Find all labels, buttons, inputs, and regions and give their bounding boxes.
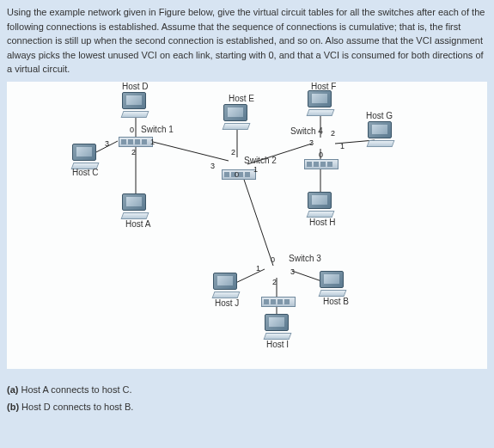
switch-4-port-2: 2 bbox=[331, 129, 335, 138]
switch-1-port-2: 2 bbox=[131, 148, 136, 156]
svg-line-6 bbox=[241, 169, 273, 266]
switch-3-port-1: 1 bbox=[256, 264, 260, 273]
switch-3-port-2: 2 bbox=[272, 278, 277, 286]
part-a-text: Host A connects to host C. bbox=[18, 384, 131, 395]
host-g bbox=[368, 121, 393, 147]
part-b: (b) Host D connects to host B. bbox=[7, 398, 487, 416]
host-a bbox=[122, 193, 148, 219]
host-g-label: Host G bbox=[366, 111, 393, 120]
host-b bbox=[320, 271, 345, 297]
switch-1-port-1: 1 bbox=[150, 138, 155, 146]
host-h-label: Host H bbox=[309, 218, 336, 227]
host-e-label: Host E bbox=[229, 94, 254, 103]
switch-4 bbox=[304, 159, 338, 169]
host-e bbox=[223, 104, 249, 130]
switch-3-port-3: 3 bbox=[290, 267, 295, 276]
host-c-label: Host C bbox=[72, 168, 99, 177]
switch-4-port-3: 3 bbox=[309, 138, 314, 147]
switch-2-label: Switch 2 bbox=[244, 156, 277, 165]
part-a-letter: (a) bbox=[7, 384, 18, 395]
host-d bbox=[122, 92, 148, 118]
intro-paragraph: Using the example network given in Figur… bbox=[7, 5, 487, 77]
host-f-label: Host F bbox=[311, 82, 336, 91]
part-b-letter: (b) bbox=[7, 402, 19, 412]
host-j-label: Host J bbox=[215, 298, 239, 308]
host-a-label: Host A bbox=[125, 219, 150, 229]
switch-1-label: Switch 1 bbox=[141, 125, 174, 134]
part-a: (a) Host A connects to host C. bbox=[7, 381, 487, 399]
switch-3-port-0: 0 bbox=[271, 255, 275, 264]
host-d-label: Host D bbox=[122, 82, 149, 91]
host-h bbox=[308, 192, 333, 218]
switch-2-port-3: 3 bbox=[210, 162, 215, 170]
host-f bbox=[308, 90, 333, 116]
switch-2-port-0: 0 bbox=[235, 170, 239, 179]
switch-4-port-1: 1 bbox=[340, 142, 345, 150]
switch-4-port-0: 0 bbox=[319, 150, 323, 159]
switch-4-label: Switch 4 bbox=[290, 126, 323, 136]
switch-1-port-3: 3 bbox=[105, 139, 109, 148]
host-i bbox=[265, 314, 290, 340]
host-b-label: Host B bbox=[323, 297, 349, 306]
network-figure: Host D Host E Host F Host G Host C Host … bbox=[7, 82, 487, 369]
part-b-text: Host D connects to host B. bbox=[19, 402, 133, 412]
switch-1-port-0: 0 bbox=[130, 126, 134, 134]
switch-3-label: Switch 3 bbox=[289, 254, 321, 263]
switch-1 bbox=[119, 137, 153, 147]
host-i-label: Host I bbox=[266, 340, 289, 349]
switch-3 bbox=[261, 297, 296, 307]
question-parts: (a) Host A connects to host C. (b) Host … bbox=[7, 381, 487, 417]
switch-2-port-2: 2 bbox=[231, 148, 235, 156]
svg-line-3 bbox=[153, 142, 229, 161]
switch-2-port-1: 1 bbox=[253, 165, 258, 174]
host-j bbox=[213, 273, 239, 298]
host-c bbox=[72, 144, 98, 169]
